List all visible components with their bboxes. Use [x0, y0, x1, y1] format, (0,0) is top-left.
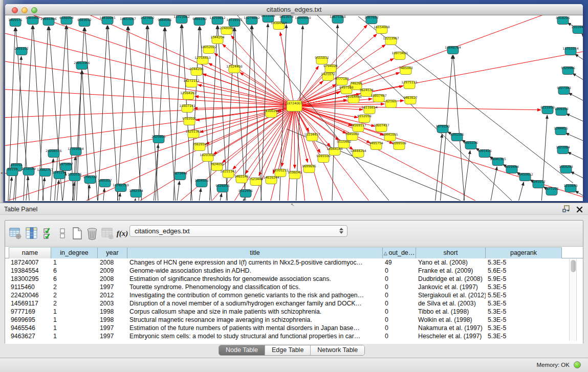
delete-table-button[interactable]	[85, 226, 99, 240]
column-header-name[interactable]: name	[9, 247, 51, 258]
cell-in_degree: 1	[51, 316, 98, 324]
graph-node-label: 39159	[7, 167, 17, 171]
graph-edge[interactable]	[566, 114, 583, 126]
graph-edge[interactable]	[198, 85, 294, 106]
table-row[interactable]: 969969511998Structural magnetic resonanc…	[5, 316, 583, 324]
graph-node-label: 16251361	[185, 129, 202, 133]
panel-divider-handle[interactable]: ◂	[1, 171, 3, 175]
table-column-button[interactable]	[25, 226, 39, 240]
graph-node-label: 2087682	[364, 15, 379, 19]
graph-edge[interactable]	[102, 188, 104, 201]
graph-edge[interactable]	[5, 82, 294, 106]
table-select-value: citations_edges.txt	[135, 227, 190, 235]
table-row[interactable]: 911546021997Tourette syndrome. Phenomeno…	[5, 283, 583, 291]
tab-edge-table[interactable]: Edge Table	[265, 345, 311, 355]
graph-edge[interactable]	[328, 25, 338, 201]
cell-title: Structural magnetic resonance image aver…	[127, 316, 383, 324]
graph-node-label: 1551944	[571, 25, 583, 29]
graph-edge[interactable]	[518, 182, 524, 201]
graph-edge[interactable]	[177, 181, 180, 201]
graph-edge[interactable]	[294, 106, 295, 168]
rows-button[interactable]	[55, 226, 70, 240]
cell-pagerank: 5.3E-5	[486, 258, 562, 267]
graph-edge[interactable]	[206, 106, 294, 144]
graph-node-label: 9126055	[215, 184, 230, 187]
column-header-year[interactable]: year	[98, 247, 127, 258]
close-panel-icon[interactable]	[576, 206, 583, 215]
cell-year: 1998	[98, 316, 127, 324]
graph-node-label: 15441005	[382, 133, 398, 136]
graph-edge[interactable]	[199, 188, 201, 201]
table-row[interactable]: 946362711997Embryonic stem cells: a mode…	[5, 332, 583, 340]
column-header-pagerank[interactable]: pagerank	[486, 247, 562, 258]
cell-year: 2009	[98, 267, 127, 275]
network-window-titlebar[interactable]: citations_edges.txt	[5, 4, 583, 15]
graph-node-label: 7562814	[192, 142, 207, 146]
column-header-title[interactable]: title	[127, 247, 383, 258]
table-vertical-scrollbar[interactable]	[569, 259, 577, 341]
table-row[interactable]: 1872400712008Changes of HCN gene express…	[5, 258, 583, 267]
table-select-dropdown[interactable]: citations_edges.txt	[129, 225, 347, 237]
graph-edge[interactable]	[90, 26, 107, 201]
graph-node-label: 1527602	[140, 16, 155, 19]
graph-edge[interactable]	[280, 32, 294, 106]
graph-node-label: 746266	[350, 81, 362, 85]
graph-edge[interactable]	[242, 199, 245, 201]
graph-edge[interactable]	[15, 56, 21, 201]
graph-edge[interactable]	[582, 33, 583, 47]
graph-edge[interactable]	[565, 133, 583, 145]
column-header-out_de[interactable]: △out_de…	[383, 247, 416, 258]
table-row[interactable]: 2242004622012Investigating the contribut…	[5, 291, 583, 299]
column-header-short[interactable]: short	[416, 247, 486, 258]
scrollbar-thumb[interactable]	[571, 260, 576, 272]
graph-edge[interactable]	[571, 171, 583, 183]
cell-name: 9777169	[9, 308, 51, 316]
table-type-tabs: Node TableEdge TableNetwork Table	[219, 345, 365, 356]
table-row[interactable]: 946554611997Estimation of the future num…	[5, 324, 583, 332]
graph-edge[interactable]	[568, 152, 583, 164]
graph-node-label: 18305215	[272, 168, 289, 172]
graph-edge[interactable]	[26, 177, 28, 201]
resize-cursor: ↖	[291, 202, 295, 207]
table-row[interactable]: 1830029562008Estimation of significance …	[5, 275, 583, 283]
table-row[interactable]: 1456911722003Disruption of a novel membe…	[5, 299, 583, 308]
table-settings-button[interactable]	[8, 226, 23, 240]
network-window[interactable]: citations_edges.txt 18724007224808813442…	[5, 4, 583, 201]
graph-edge[interactable]	[9, 177, 12, 201]
new-document-button[interactable]	[70, 226, 84, 240]
graph-node-label: 10719155	[226, 18, 243, 21]
graph-edge[interactable]	[56, 180, 59, 201]
table-row[interactable]: 977716911998Corpus callosum shape and si…	[5, 308, 583, 316]
graph-edge[interactable]	[575, 54, 583, 67]
graph-edge[interactable]	[453, 55, 465, 201]
cell-year: 1997	[98, 283, 127, 291]
cell-name: 9463627	[9, 332, 51, 340]
cell-title: Investigating the contribution of common…	[127, 291, 383, 299]
cell-pagerank: 5.9E-5	[486, 275, 562, 283]
tab-node-table[interactable]: Node Table	[219, 345, 265, 355]
tab-network-table[interactable]: Network Table	[311, 345, 364, 355]
control-panel-edge[interactable]: ◂	[0, 0, 4, 203]
network-canvas[interactable]: 1872400722480881344204180520221275441392…	[5, 15, 583, 201]
graph-node-label: 16154808	[374, 25, 390, 29]
graph-edge[interactable]	[317, 15, 512, 201]
float-panel-icon[interactable]	[562, 205, 570, 215]
graph-node-label: 8583012	[77, 18, 92, 21]
memory-status-indicator[interactable]	[574, 361, 581, 368]
graph-edge[interactable]	[573, 73, 583, 86]
graph-edge[interactable]	[294, 106, 394, 201]
graph-edge[interactable]	[50, 159, 53, 201]
table-row[interactable]: 1938455462009Genome-wide association stu…	[5, 267, 583, 275]
graph-edge[interactable]	[569, 93, 583, 106]
graph-node-label: 18444204	[350, 149, 366, 152]
select-columns-button[interactable]	[41, 226, 55, 240]
column-header-in_degree[interactable]: in_degree	[51, 247, 98, 258]
function-builder-button[interactable]: f(x)	[115, 226, 129, 240]
citation-network-graph[interactable]: 1872400722480881344204180520221275441392…	[5, 15, 583, 201]
cell-out_de: 0	[383, 283, 416, 291]
graph-edge[interactable]	[294, 41, 583, 106]
cell-name: 22420046	[9, 291, 51, 299]
graph-edge[interactable]	[219, 193, 222, 201]
cell-pagerank: 5.3E-5	[486, 316, 562, 324]
graph-edge[interactable]	[133, 199, 136, 201]
